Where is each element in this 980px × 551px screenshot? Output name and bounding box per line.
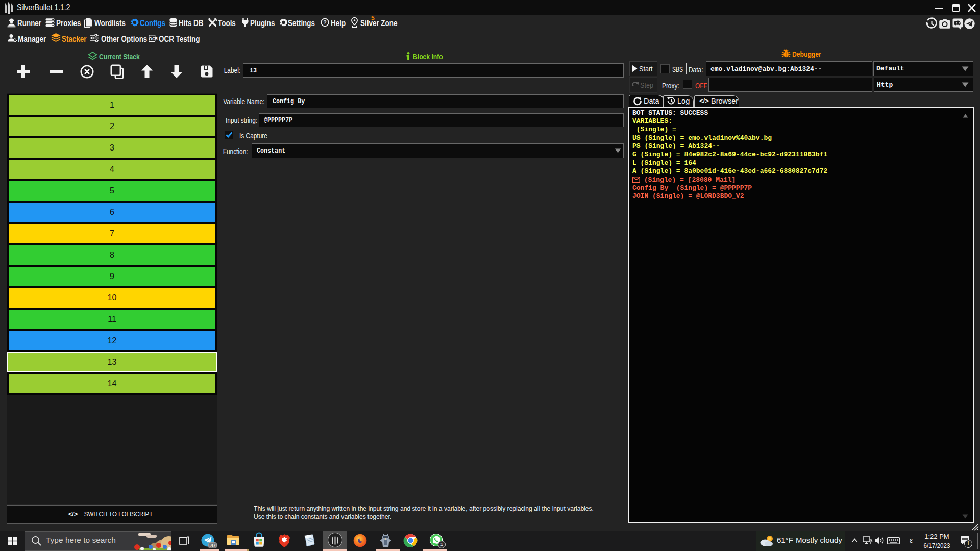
svg-text:R: R [155, 36, 158, 41]
svg-text:?: ? [323, 19, 326, 26]
